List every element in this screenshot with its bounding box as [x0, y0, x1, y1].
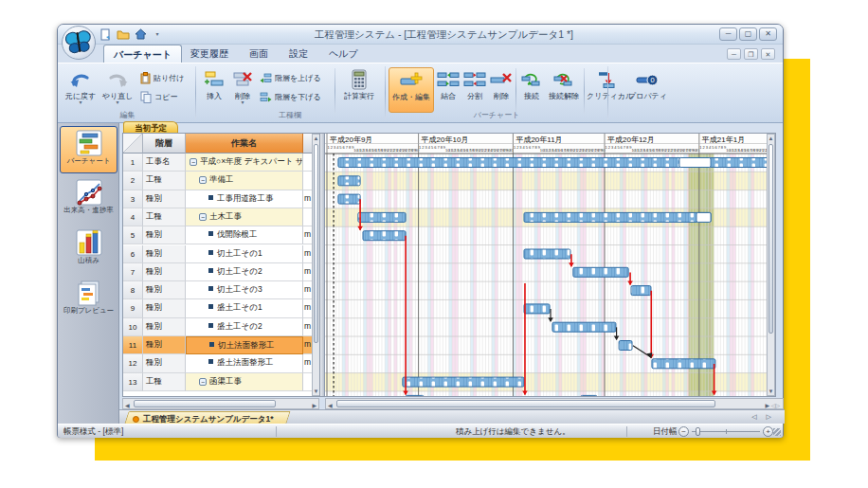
- minimize-button[interactable]: ─: [719, 27, 737, 41]
- ribbon-tab-4[interactable]: ヘルプ: [319, 45, 368, 63]
- mdi-close-button[interactable]: ✕: [761, 48, 775, 60]
- tab-pager-arrows[interactable]: ◁ ▷: [751, 413, 775, 421]
- row-level[interactable]: 工種: [143, 373, 186, 391]
- row-level[interactable]: 種別: [143, 318, 186, 336]
- title-bar[interactable]: ▾ 工程管理システム - [工程管理システムサンプルデータ1 *] ─ ▢ ✕: [58, 25, 783, 45]
- sidebar-item-2[interactable]: 山積み: [60, 226, 118, 274]
- row-level[interactable]: 工種: [143, 172, 186, 190]
- scroll-down-icon[interactable]: ▼: [313, 389, 319, 394]
- row-number[interactable]: 2: [123, 172, 143, 190]
- row-name[interactable]: −平成○×年度 デキスパート サンプ...: [186, 154, 303, 172]
- row-level[interactable]: 工事名: [143, 154, 186, 172]
- gantt-bar[interactable]: [524, 212, 711, 222]
- slider-thumb[interactable]: [696, 427, 700, 436]
- scroll-left-icon[interactable]: ◀: [125, 402, 130, 408]
- mdi-minimize-button[interactable]: ─: [727, 48, 741, 60]
- row-name[interactable]: −土木工事: [186, 208, 303, 226]
- merge-bar-button[interactable]: 結合: [436, 67, 461, 113]
- row-number[interactable]: 1: [123, 154, 143, 172]
- table-row-5[interactable]: 5種別伐開除根工m: [123, 226, 313, 244]
- paste-button[interactable]: 貼り付け: [138, 69, 186, 87]
- chart-vertical-scrollbar[interactable]: ▲ ▼: [767, 134, 775, 396]
- table-row-6[interactable]: 6種別切土工その1m: [123, 245, 313, 263]
- new-document-icon[interactable]: [99, 28, 113, 41]
- gantt-bar[interactable]: [652, 359, 715, 369]
- undo-dropdown-icon[interactable]: ▾: [63, 100, 99, 105]
- table-row-13[interactable]: 13工種−函渠工事: [123, 373, 313, 391]
- maximize-button[interactable]: ▢: [739, 27, 757, 41]
- level-down-button[interactable]: 階層を下げる: [258, 88, 323, 106]
- row-number[interactable]: 4: [123, 208, 143, 226]
- table-row-4[interactable]: 4工種−土木工事: [123, 208, 313, 226]
- ribbon-tab-2[interactable]: 画面: [240, 45, 278, 63]
- delete-row-button[interactable]: 削除 ▾: [229, 67, 256, 113]
- table-row-7[interactable]: 7種別切土工その2m: [123, 263, 313, 281]
- row-name[interactable]: 切土工その3: [186, 281, 303, 299]
- row-name[interactable]: 盛土法面整形工: [186, 354, 303, 372]
- row-number[interactable]: 8: [123, 281, 143, 299]
- sidebar-item-3[interactable]: 印刷プレビュー: [60, 277, 118, 324]
- chart-horizontal-scrollbar[interactable]: ◀ ▶ ◁▷: [325, 398, 784, 409]
- gantt-bar[interactable]: [406, 395, 424, 397]
- table-row-9[interactable]: 9種別盛土工その1m: [123, 299, 313, 317]
- gantt-bar[interactable]: [619, 341, 632, 351]
- row-level[interactable]: 種別: [143, 190, 186, 208]
- insert-row-button[interactable]: 挿入: [201, 67, 227, 113]
- zoom-out-icon[interactable]: −: [678, 426, 689, 437]
- row-level[interactable]: 種別: [143, 263, 186, 281]
- row-name[interactable]: −函渠工事: [186, 373, 303, 391]
- row-name[interactable]: 工事用道路工事: [186, 190, 303, 208]
- gantt-bar[interactable]: [524, 249, 570, 259]
- row-number[interactable]: 9: [123, 299, 143, 317]
- gantt-chart[interactable]: 平成20年9月123456789101112131415161718192021…: [325, 134, 767, 397]
- row-name[interactable]: 切土工その1: [186, 245, 303, 263]
- table-row-1[interactable]: 1工事名−平成○×年度 デキスパート サンプ...: [123, 154, 313, 172]
- level-up-button[interactable]: 階層を上げる: [258, 69, 323, 87]
- row-level[interactable]: 種別: [143, 245, 186, 263]
- create-edit-bar-button[interactable]: 作成・編集: [389, 67, 434, 113]
- mdi-restore-button[interactable]: ❐: [744, 48, 758, 60]
- properties-button[interactable]: 0 プロパティ: [628, 67, 666, 113]
- qat-dropdown-icon[interactable]: ▾: [151, 28, 164, 41]
- ribbon-tab-0[interactable]: バーチャート: [103, 45, 182, 63]
- gantt-bar[interactable]: [581, 395, 597, 397]
- row-level[interactable]: 工種: [143, 208, 186, 226]
- close-button[interactable]: ✕: [759, 27, 777, 41]
- gantt-bar[interactable]: [524, 304, 550, 314]
- disconnect-button[interactable]: 接続解除: [546, 67, 582, 113]
- gantt-bar[interactable]: [338, 194, 360, 204]
- scroll-right-icon[interactable]: ▶: [765, 402, 769, 408]
- column-header-level[interactable]: 階層: [143, 134, 186, 154]
- row-number[interactable]: 13: [123, 373, 143, 391]
- row-level[interactable]: 種別: [143, 299, 186, 317]
- home-icon[interactable]: [134, 28, 147, 41]
- row-level[interactable]: 種別: [143, 336, 186, 354]
- row-level[interactable]: 種別: [143, 226, 186, 244]
- row-number[interactable]: 11: [123, 336, 143, 354]
- scroll-right-icon[interactable]: ▶: [312, 402, 316, 408]
- gantt-bar[interactable]: [631, 286, 651, 296]
- delete-row-dropdown-icon[interactable]: ▾: [229, 100, 256, 105]
- gantt-bar[interactable]: [363, 231, 406, 241]
- row-number[interactable]: 7: [123, 263, 143, 281]
- table-row-11[interactable]: 11種別切土法面整形工m: [123, 336, 313, 354]
- table-row-2[interactable]: 2工種−準備工: [123, 172, 313, 190]
- document-tab[interactable]: 工程管理システムサンプルデータ1*: [124, 411, 290, 425]
- gantt-bar[interactable]: [573, 267, 628, 277]
- split-bar-button[interactable]: 分割: [462, 67, 487, 113]
- resize-grip[interactable]: [773, 428, 781, 436]
- row-number[interactable]: 12: [123, 354, 143, 372]
- gantt-bar[interactable]: [552, 322, 616, 332]
- critical-path-button[interactable]: クリティカル: [587, 67, 626, 113]
- row-number[interactable]: 3: [123, 190, 143, 208]
- calculate-button[interactable]: 計算実行: [338, 67, 380, 113]
- zoom-in-icon[interactable]: +: [763, 426, 773, 437]
- scroll-up-icon[interactable]: ▲: [313, 136, 319, 141]
- sheet-tab-initial-plan[interactable]: 当初予定: [123, 121, 178, 133]
- redo-button[interactable]: やり直し ▾: [99, 67, 136, 113]
- ribbon-tab-1[interactable]: 変更履歴: [181, 45, 238, 63]
- row-name[interactable]: 切土法面整形工: [186, 336, 303, 354]
- row-name[interactable]: 切土工その2: [186, 263, 303, 281]
- row-name[interactable]: −準備工: [186, 172, 303, 190]
- gantt-bar[interactable]: [338, 176, 360, 186]
